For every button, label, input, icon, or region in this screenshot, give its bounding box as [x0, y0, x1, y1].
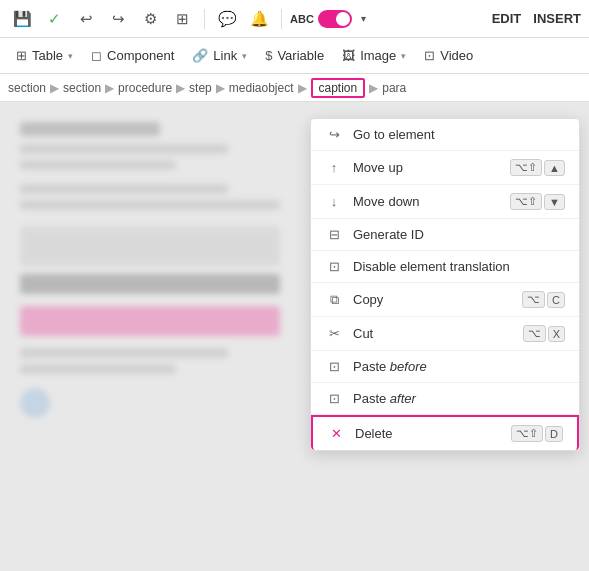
- disable-translation-item[interactable]: ⊡ Disable element translation: [311, 251, 579, 283]
- cut-label: Cut: [353, 326, 513, 341]
- layout-icon[interactable]: ⊞: [168, 5, 196, 33]
- toolbar-right: EDIT INSERT: [492, 11, 581, 26]
- breadcrumb-section1[interactable]: section: [8, 81, 46, 95]
- top-toolbar: 💾 ✓ ↩ ↪ ⚙ ⊞ 💬 🔔 ABC ▾ EDIT INSERT: [0, 0, 589, 38]
- breadcrumb-procedure[interactable]: procedure: [118, 81, 172, 95]
- breadcrumb-caption[interactable]: caption: [311, 78, 366, 98]
- insert-button[interactable]: INSERT: [533, 11, 581, 26]
- cut-kbd2: X: [548, 326, 565, 342]
- table-chevron-icon: ▾: [68, 51, 73, 61]
- delete-icon: ✕: [327, 426, 345, 441]
- disable-translation-icon: ⊡: [325, 259, 343, 274]
- comment-icon[interactable]: 💬: [213, 5, 241, 33]
- breadcrumb: section ▶ section ▶ procedure ▶ step ▶ m…: [0, 74, 589, 102]
- variable-menu-item[interactable]: $ Variable: [257, 44, 332, 67]
- move-down-kbd2: ▼: [544, 194, 565, 210]
- check-icon[interactable]: ✓: [40, 5, 68, 33]
- component-label: Component: [107, 48, 174, 63]
- divider-1: [204, 9, 205, 29]
- move-down-shortcut: ⌥⇧ ▼: [510, 193, 565, 210]
- paste-after-icon: ⊡: [325, 391, 343, 406]
- move-down-kbd1: ⌥⇧: [510, 193, 542, 210]
- breadcrumb-step[interactable]: step: [189, 81, 212, 95]
- component-icon: ◻: [91, 48, 102, 63]
- variable-label: Variable: [277, 48, 324, 63]
- abc-label: ABC: [290, 13, 314, 25]
- delete-item[interactable]: ✕ Delete ⌥⇧ D: [311, 415, 579, 450]
- cut-kbd1: ⌥: [523, 325, 546, 342]
- link-menu-item[interactable]: 🔗 Link ▾: [184, 44, 255, 67]
- variable-icon: $: [265, 48, 272, 63]
- component-menu-item[interactable]: ◻ Component: [83, 44, 182, 67]
- move-up-item[interactable]: ↑ Move up ⌥⇧ ▲: [311, 151, 579, 185]
- move-up-icon: ↑: [325, 160, 343, 175]
- image-menu-item[interactable]: 🖼 Image ▾: [334, 44, 414, 67]
- move-down-icon: ↓: [325, 194, 343, 209]
- undo-icon[interactable]: ↩: [72, 5, 100, 33]
- redo-icon[interactable]: ↪: [104, 5, 132, 33]
- cut-item[interactable]: ✂ Cut ⌥ X: [311, 317, 579, 351]
- image-label: Image: [360, 48, 396, 63]
- toggle-area: ABC: [290, 10, 352, 28]
- generate-id-icon: ⊟: [325, 227, 343, 242]
- copy-kbd2: C: [547, 292, 565, 308]
- move-up-shortcut: ⌥⇧ ▲: [510, 159, 565, 176]
- generate-id-label: Generate ID: [353, 227, 565, 242]
- link-icon: 🔗: [192, 48, 208, 63]
- copy-icon: ⧉: [325, 292, 343, 308]
- table-icon: ⊞: [16, 48, 27, 63]
- move-up-kbd2: ▲: [544, 160, 565, 176]
- image-chevron-icon: ▾: [401, 51, 406, 61]
- paste-after-label: Paste after: [353, 391, 565, 406]
- save-icon[interactable]: 💾: [8, 5, 36, 33]
- toggle-switch[interactable]: [318, 10, 352, 28]
- table-label: Table: [32, 48, 63, 63]
- go-to-element-icon: ↪: [325, 127, 343, 142]
- video-menu-item[interactable]: ⊡ Video: [416, 44, 481, 67]
- main-content: ↪ Go to element ↑ Move up ⌥⇧ ▲ ↓ Move do…: [0, 102, 589, 571]
- cut-icon: ✂: [325, 326, 343, 341]
- page-background: [0, 102, 300, 438]
- paste-after-item[interactable]: ⊡ Paste after: [311, 383, 579, 415]
- context-menu: ↪ Go to element ↑ Move up ⌥⇧ ▲ ↓ Move do…: [310, 118, 580, 451]
- cut-shortcut: ⌥ X: [523, 325, 565, 342]
- breadcrumb-sep-6: ▶: [369, 81, 378, 95]
- divider-2: [281, 9, 282, 29]
- paste-before-icon: ⊡: [325, 359, 343, 374]
- image-icon: 🖼: [342, 48, 355, 63]
- link-label: Link: [213, 48, 237, 63]
- breadcrumb-mediaobject[interactable]: mediaobject: [229, 81, 294, 95]
- copy-item[interactable]: ⧉ Copy ⌥ C: [311, 283, 579, 317]
- breadcrumb-sep-5: ▶: [298, 81, 307, 95]
- link-chevron-icon: ▾: [242, 51, 247, 61]
- breadcrumb-sep-4: ▶: [216, 81, 225, 95]
- breadcrumb-sep-1: ▶: [50, 81, 59, 95]
- delete-shortcut: ⌥⇧ D: [511, 425, 563, 442]
- paste-before-label: Paste before: [353, 359, 565, 374]
- video-icon: ⊡: [424, 48, 435, 63]
- delete-kbd2: D: [545, 426, 563, 442]
- generate-id-item[interactable]: ⊟ Generate ID: [311, 219, 579, 251]
- go-to-element-item[interactable]: ↪ Go to element: [311, 119, 579, 151]
- copy-shortcut: ⌥ C: [522, 291, 565, 308]
- settings-icon[interactable]: ⚙: [136, 5, 164, 33]
- table-menu-item[interactable]: ⊞ Table ▾: [8, 44, 81, 67]
- delete-label: Delete: [355, 426, 501, 441]
- chevron-down-icon[interactable]: ▾: [356, 5, 372, 33]
- breadcrumb-sep-3: ▶: [176, 81, 185, 95]
- breadcrumb-sep-2: ▶: [105, 81, 114, 95]
- go-to-element-label: Go to element: [353, 127, 565, 142]
- video-label: Video: [440, 48, 473, 63]
- paste-before-item[interactable]: ⊡ Paste before: [311, 351, 579, 383]
- delete-kbd1: ⌥⇧: [511, 425, 543, 442]
- breadcrumb-section2[interactable]: section: [63, 81, 101, 95]
- edit-button[interactable]: EDIT: [492, 11, 522, 26]
- move-down-label: Move down: [353, 194, 500, 209]
- move-down-item[interactable]: ↓ Move down ⌥⇧ ▼: [311, 185, 579, 219]
- copy-label: Copy: [353, 292, 512, 307]
- breadcrumb-para[interactable]: para: [382, 81, 406, 95]
- bell-icon[interactable]: 🔔: [245, 5, 273, 33]
- move-up-kbd1: ⌥⇧: [510, 159, 542, 176]
- insert-toolbar: ⊞ Table ▾ ◻ Component 🔗 Link ▾ $ Variabl…: [0, 38, 589, 74]
- copy-kbd1: ⌥: [522, 291, 545, 308]
